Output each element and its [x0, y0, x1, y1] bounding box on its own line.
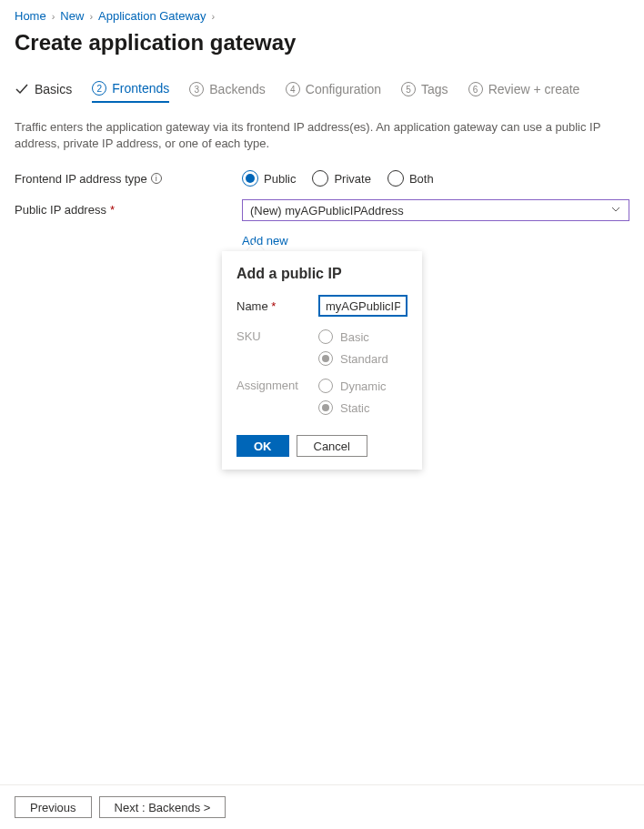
tab-label: Tags — [421, 82, 448, 96]
radio-private[interactable]: Private — [312, 170, 370, 187]
popover-name-label: Name — [236, 299, 268, 313]
breadcrumb-home[interactable]: Home — [15, 9, 46, 23]
tab-label: Configuration — [306, 82, 381, 96]
chevron-down-icon — [610, 204, 621, 217]
radio-assignment-dynamic: Dynamic — [318, 379, 387, 393]
breadcrumb: Home › New › Application Gateway › — [15, 9, 629, 23]
step-number-icon: 4 — [286, 82, 300, 96]
cancel-button[interactable]: Cancel — [297, 435, 367, 457]
radio-label: Static — [340, 401, 370, 415]
ok-button[interactable]: OK — [236, 435, 289, 457]
step-number-icon: 6 — [468, 82, 483, 96]
radio-label: Public — [264, 172, 296, 186]
tab-frontends[interactable]: 2 Frontends — [92, 81, 169, 103]
chevron-right-icon: › — [212, 11, 216, 22]
check-icon — [15, 82, 29, 96]
chevron-right-icon: › — [89, 11, 93, 22]
radio-label: Both — [409, 172, 434, 186]
required-indicator: * — [271, 299, 276, 313]
tab-basics[interactable]: Basics — [15, 82, 72, 102]
radio-dot-icon — [242, 170, 258, 187]
step-number-icon: 2 — [92, 81, 106, 96]
popover-title: Add a public IP — [236, 266, 408, 282]
radio-dot-icon — [387, 170, 404, 187]
info-icon[interactable]: i — [151, 173, 162, 184]
radio-label: Standard — [340, 352, 388, 366]
tab-label: Frontends — [112, 81, 169, 96]
wizard-footer: Previous Next : Backends > — [0, 784, 644, 829]
popover-assignment-label: Assignment — [236, 379, 318, 392]
radio-dot-icon — [318, 351, 333, 366]
tab-tags[interactable]: 5 Tags — [401, 82, 448, 102]
tab-label: Backends — [209, 82, 265, 96]
tab-label: Basics — [35, 82, 72, 96]
radio-sku-standard: Standard — [318, 351, 388, 366]
radio-dot-icon — [312, 170, 328, 187]
chevron-right-icon: › — [52, 11, 55, 22]
step-number-icon: 5 — [401, 82, 416, 96]
link-add-new-public-ip[interactable]: Add new — [242, 234, 629, 248]
tab-description: Traffic enters the application gateway v… — [15, 119, 629, 152]
row-frontend-ip-type: Frontend IP address type i Public Privat… — [15, 170, 629, 187]
radio-assignment-static: Static — [318, 400, 387, 415]
label-frontend-ip-type: Frontend IP address type — [15, 172, 147, 186]
radio-dot-icon — [318, 379, 333, 393]
tab-label: Review + create — [488, 82, 580, 96]
popover-add-public-ip: Add a public IP Name * SKU Basic Standar… — [222, 251, 422, 470]
page-title: Create application gateway — [15, 30, 629, 56]
tab-backends[interactable]: 3 Backends — [189, 82, 265, 102]
radio-label: Private — [334, 172, 370, 186]
popover-sku-label: SKU — [236, 329, 318, 343]
select-value: (New) myAGPublicIPAddress — [250, 204, 404, 217]
select-public-ip[interactable]: (New) myAGPublicIPAddress — [242, 199, 629, 221]
radio-both[interactable]: Both — [387, 170, 434, 187]
radio-group-frontend-ip-type: Public Private Both — [242, 170, 434, 187]
tab-review-create[interactable]: 6 Review + create — [468, 82, 580, 102]
radio-sku-basic: Basic — [318, 329, 388, 344]
previous-button[interactable]: Previous — [15, 796, 92, 818]
breadcrumb-new[interactable]: New — [60, 9, 84, 23]
tab-configuration[interactable]: 4 Configuration — [286, 82, 381, 102]
label-public-ip: Public IP address — [15, 203, 106, 217]
radio-dot-icon — [318, 400, 333, 415]
radio-label: Dynamic — [340, 379, 387, 393]
radio-public[interactable]: Public — [242, 170, 296, 187]
step-number-icon: 3 — [189, 82, 204, 96]
wizard-tabs: Basics 2 Frontends 3 Backends 4 Configur… — [15, 81, 629, 103]
breadcrumb-app-gateway[interactable]: Application Gateway — [98, 9, 206, 23]
next-button[interactable]: Next : Backends > — [99, 796, 226, 818]
popover-name-input[interactable] — [318, 295, 408, 317]
radio-label: Basic — [340, 330, 369, 344]
radio-dot-icon — [318, 329, 333, 344]
row-public-ip: Public IP address * (New) myAGPublicIPAd… — [15, 199, 629, 221]
required-indicator: * — [110, 203, 115, 217]
